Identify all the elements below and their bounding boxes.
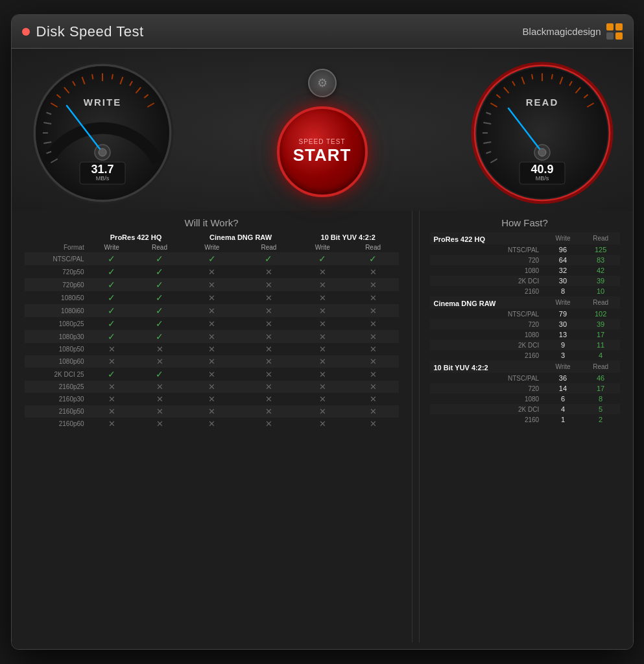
hf-read-value: 10 xyxy=(582,286,620,296)
hf-write-col-header: Write xyxy=(544,232,582,244)
data-section: Will it Work? ProRes 422 HQ Cinema DNG R… xyxy=(12,211,633,649)
check-icon: ✓ xyxy=(156,331,163,342)
cross-icon: ✕ xyxy=(208,332,215,342)
hf-write-value: 14 xyxy=(544,383,582,394)
svg-point-53 xyxy=(538,148,546,156)
hf-write-value: 64 xyxy=(544,255,582,265)
svg-text:MB/s: MB/s xyxy=(535,175,549,182)
close-button[interactable] xyxy=(22,28,30,36)
wiw-value-cell: ✕ xyxy=(298,418,348,430)
cross-icon: ✕ xyxy=(208,394,215,404)
will-it-work-header: Will it Work? xyxy=(25,211,399,232)
wiw-value-cell: ✕ xyxy=(88,355,136,368)
wiw-value-cell: ✕ xyxy=(136,393,184,405)
hf-write-value: 96 xyxy=(544,244,582,255)
wiw-value-cell: ✓ xyxy=(88,317,136,330)
app-window: Disk Speed Test Blackmagicdesign xyxy=(11,14,634,650)
settings-button[interactable]: ⚙ xyxy=(308,69,337,97)
wiw-row: 2K DCI 25✓✓✕✕✕✕ xyxy=(25,368,399,381)
cross-icon: ✕ xyxy=(156,407,163,416)
hf-read-value: 11 xyxy=(582,340,620,350)
wiw-value-cell: ✕ xyxy=(136,381,184,393)
wiw-value-cell: ✕ xyxy=(298,381,348,393)
wiw-format-cell: 1080p30 xyxy=(25,330,88,343)
svg-text:40.9: 40.9 xyxy=(531,163,553,176)
wiw-row: NTSC/PAL✓✓✓✓✓✓ xyxy=(25,252,399,265)
brand-name: Blackmagicdesign xyxy=(523,26,601,37)
check-icon: ✓ xyxy=(156,292,163,303)
wiw-value-cell: ✓ xyxy=(298,252,348,265)
check-icon: ✓ xyxy=(156,318,163,329)
cross-icon: ✕ xyxy=(265,280,272,290)
hf-write-value: 36 xyxy=(544,373,582,383)
hf-write-value: 4 xyxy=(544,404,582,414)
wiw-value-cell: ✕ xyxy=(184,304,240,317)
check-icon: ✓ xyxy=(156,279,163,290)
cross-icon: ✕ xyxy=(208,306,215,316)
wiw-format-cell: 1080i50 xyxy=(25,291,88,304)
wiw-value-cell: ✕ xyxy=(348,278,399,291)
wiw-value-cell: ✓ xyxy=(136,304,184,317)
wiw-value-cell: ✕ xyxy=(298,393,348,405)
wiw-value-cell: ✕ xyxy=(240,405,298,418)
wiw-value-cell: ✕ xyxy=(88,405,136,418)
hf-data-row: NTSC/PAL3646 xyxy=(430,373,620,383)
brand-squares xyxy=(606,23,623,40)
hf-write-value: 13 xyxy=(544,329,582,340)
wiw-value-cell: ✕ xyxy=(88,381,136,393)
cross-icon: ✕ xyxy=(265,267,272,277)
start-btn-top-text: SPEED TEST xyxy=(298,138,345,145)
cross-icon: ✕ xyxy=(319,332,326,342)
read-header-2: Read xyxy=(240,243,298,252)
hf-read-value: 8 xyxy=(582,394,620,404)
will-it-work-table: ProRes 422 HQ Cinema DNG RAW 10 Bit YUV … xyxy=(25,232,399,430)
cross-icon: ✕ xyxy=(265,332,272,342)
cross-icon: ✕ xyxy=(319,344,326,354)
cross-icon: ✕ xyxy=(265,419,272,429)
wiw-value-cell: ✕ xyxy=(240,304,298,317)
cross-icon: ✕ xyxy=(319,319,326,329)
write-gauge: 31.7 MB/s WRITE xyxy=(31,62,174,204)
read-gauge-container: 40.9 MB/s READ xyxy=(471,62,614,204)
svg-text:READ: READ xyxy=(525,97,558,108)
col-format-header xyxy=(25,232,88,243)
wiw-value-cell: ✓ xyxy=(88,368,136,381)
cross-icon: ✕ xyxy=(370,370,377,379)
hf-format-cell: NTSC/PAL xyxy=(430,309,545,319)
brand-sq-2 xyxy=(615,23,623,30)
brand-logo: Blackmagicdesign xyxy=(523,23,623,40)
wiw-value-cell: ✓ xyxy=(88,304,136,317)
cross-icon: ✕ xyxy=(370,394,377,404)
cross-icon: ✕ xyxy=(265,344,272,354)
check-icon: ✓ xyxy=(108,254,115,264)
wiw-row: 1080i50✓✓✕✕✕✕ xyxy=(25,291,399,304)
wiw-value-cell: ✕ xyxy=(240,355,298,368)
hf-write-value: 6 xyxy=(544,394,582,404)
cross-icon: ✕ xyxy=(108,419,115,429)
cross-icon: ✕ xyxy=(208,319,215,329)
wiw-value-cell: ✓ xyxy=(88,278,136,291)
svg-line-8 xyxy=(92,74,93,79)
wiw-row: 1080i60✓✓✕✕✕✕ xyxy=(25,304,399,317)
wiw-value-cell: ✓ xyxy=(88,265,136,278)
wiw-value-cell: ✕ xyxy=(240,418,298,430)
wiw-value-cell: ✕ xyxy=(348,265,399,278)
cross-icon: ✕ xyxy=(108,382,115,392)
cross-icon: ✕ xyxy=(265,293,272,303)
write-header-3: Write xyxy=(298,243,348,252)
start-button[interactable]: SPEED TEST START xyxy=(277,106,368,197)
wiw-value-cell: ✕ xyxy=(88,393,136,405)
codec-header-cinema: Cinema DNG RAW xyxy=(184,232,297,243)
wiw-value-cell: ✕ xyxy=(184,393,240,405)
wiw-value-cell: ✕ xyxy=(88,343,136,355)
hf-write-value: 79 xyxy=(544,309,582,319)
cross-icon: ✕ xyxy=(156,419,163,429)
cross-icon: ✕ xyxy=(370,280,377,290)
hf-format-cell: 2K DCI xyxy=(430,340,545,350)
wiw-value-cell: ✕ xyxy=(184,317,240,330)
wiw-format-cell: 1080i60 xyxy=(25,304,88,317)
wiw-value-cell: ✕ xyxy=(348,418,399,430)
write-gauge-container: 31.7 MB/s WRITE xyxy=(31,62,174,204)
write-header-2: Write xyxy=(184,243,240,252)
cross-icon: ✕ xyxy=(108,357,115,366)
